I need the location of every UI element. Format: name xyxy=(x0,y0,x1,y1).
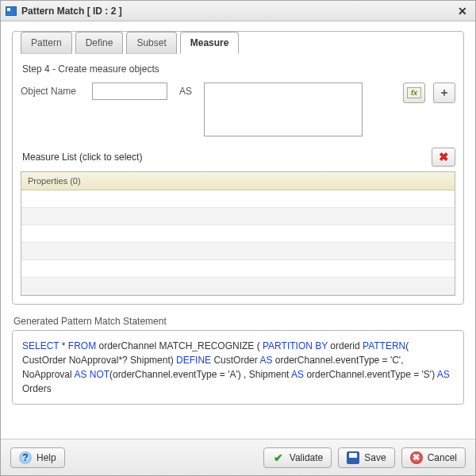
save-icon xyxy=(347,451,359,464)
button-bar: ? Help ✔ Validate Save ✖ Cancel xyxy=(1,439,475,475)
stmt-text: * xyxy=(59,340,67,351)
step-label: Step 4 - Create measure objects xyxy=(22,63,455,75)
grid-header: Properties (0) xyxy=(21,172,455,190)
tab-subset[interactable]: Subset xyxy=(126,32,176,54)
fx-icon: fx xyxy=(407,87,421,98)
kw-define: DEFINE xyxy=(176,355,211,366)
table-row[interactable] xyxy=(21,190,455,208)
stmt-text: orderid xyxy=(328,340,363,351)
kw-pattern: PATTERN xyxy=(363,340,405,351)
kw-from: FROM xyxy=(68,340,96,351)
dialog: Pattern Match [ ID : 2 ] ✕ Pattern Defin… xyxy=(0,0,476,476)
validate-button[interactable]: ✔ Validate xyxy=(263,447,332,468)
properties-grid[interactable]: Properties (0) xyxy=(21,171,455,296)
config-panel: Pattern Define Subset Measure Step 4 - C… xyxy=(12,31,464,305)
plus-icon: ＋ xyxy=(439,86,450,100)
kw-as: AS xyxy=(259,355,272,366)
kw-asnot: AS NOT xyxy=(74,369,109,380)
cancel-label: Cancel xyxy=(428,452,457,463)
tab-measure[interactable]: Measure xyxy=(180,32,240,54)
measure-list-header: Measure List (click to select) ✖ xyxy=(22,148,455,167)
save-button[interactable]: Save xyxy=(338,447,394,468)
generated-statement: SELECT * FROM orderChannel MATCH_RECOGNI… xyxy=(12,330,464,405)
grid-body xyxy=(21,190,455,295)
kw-partition: PARTITION BY xyxy=(263,340,328,351)
app-icon xyxy=(6,6,17,16)
title-bar: Pattern Match [ ID : 2 ] ✕ xyxy=(1,1,475,21)
stmt-text: orderChannel MATCH_RECOGNIZE ( xyxy=(96,340,263,351)
add-button[interactable]: ＋ xyxy=(433,83,455,103)
kw-as: AS xyxy=(291,369,304,380)
as-label: AS xyxy=(175,83,196,97)
tab-define[interactable]: Define xyxy=(75,32,124,54)
object-name-input[interactable] xyxy=(92,83,167,100)
expression-builder-button[interactable]: fx xyxy=(403,83,425,103)
table-row[interactable] xyxy=(21,260,455,278)
check-icon: ✔ xyxy=(272,451,285,464)
object-row: Object Name AS fx ＋ xyxy=(21,83,455,136)
stmt-text: orderChannel.eventType = 'S') xyxy=(304,369,437,380)
kw-select: SELECT xyxy=(22,340,59,351)
object-name-label: Object Name xyxy=(21,83,84,97)
table-row[interactable] xyxy=(21,243,455,260)
window-title: Pattern Match [ ID : 2 ] xyxy=(21,6,122,17)
tab-pattern[interactable]: Pattern xyxy=(21,32,72,54)
delete-button[interactable]: ✖ xyxy=(432,148,455,167)
stmt-text: Orders xyxy=(22,383,52,394)
stmt-text: CustOrder xyxy=(211,355,259,366)
table-row[interactable] xyxy=(21,208,455,225)
close-icon[interactable]: ✕ xyxy=(455,5,470,17)
help-label: Help xyxy=(36,452,56,463)
cancel-button[interactable]: ✖ Cancel xyxy=(401,447,466,468)
x-red-icon: ✖ xyxy=(439,150,449,164)
tab-strip: Pattern Define Subset Measure xyxy=(21,32,455,54)
help-button[interactable]: ? Help xyxy=(10,447,65,468)
expression-textarea[interactable] xyxy=(204,83,363,136)
measure-list-label: Measure List (click to select) xyxy=(22,152,142,163)
generated-label: Generated Pattern Match Statement xyxy=(13,316,464,327)
help-icon: ? xyxy=(19,451,32,464)
content: Pattern Define Subset Measure Step 4 - C… xyxy=(1,21,475,439)
stmt-text: (orderChannel.eventType = 'A') , Shipmen… xyxy=(109,369,291,380)
save-label: Save xyxy=(364,452,386,463)
cancel-icon: ✖ xyxy=(410,451,423,464)
kw-as: AS xyxy=(437,369,450,380)
validate-label: Validate xyxy=(290,452,323,463)
table-row[interactable] xyxy=(21,278,455,295)
table-row[interactable] xyxy=(21,225,455,243)
